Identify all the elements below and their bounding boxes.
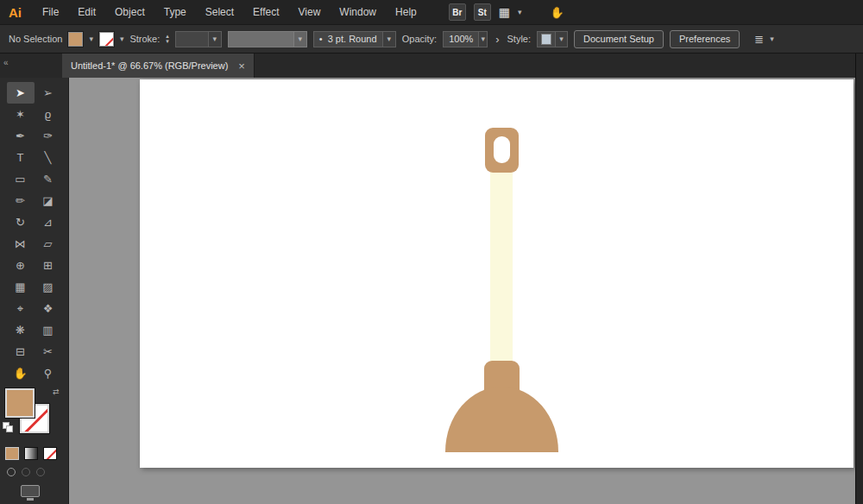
align-panel-icon[interactable]: ≣ (754, 33, 764, 46)
selection-tool[interactable]: ➤ (7, 82, 35, 104)
draw-normal-icon[interactable] (7, 468, 16, 476)
none-button[interactable] (43, 447, 57, 460)
style-panel-link[interactable]: Style: (507, 34, 532, 44)
menu-effect[interactable]: Effect (243, 6, 288, 18)
graphic-style-dropdown[interactable]: ▾ (537, 31, 568, 47)
document-tab-bar: « Untitled-1* @ 66.67% (RGB/Preview) × (0, 54, 863, 78)
close-icon[interactable]: × (238, 60, 245, 72)
mesh-tool[interactable]: ▦ (7, 276, 35, 298)
chevron-down-icon[interactable]: ▾ (120, 35, 124, 43)
menu-bar: Ai FileEditObjectTypeSelectEffectViewWin… (0, 0, 863, 24)
opacity-field[interactable]: 100% ▾ (443, 31, 488, 47)
perspective-grid-tool[interactable]: ⊞ (35, 255, 62, 276)
free-transform-tool[interactable]: ▱ (35, 233, 62, 255)
symbol-sprayer-tool[interactable]: ❋ (7, 319, 35, 341)
zoom-tool[interactable]: ⚲ (35, 362, 62, 384)
plunger-handle-hole-shape[interactable] (494, 136, 510, 163)
opacity-flyout-arrow-icon[interactable]: › (494, 33, 501, 46)
chevron-down-icon[interactable]: ▾ (478, 32, 487, 47)
chevron-down-icon[interactable]: ▾ (89, 35, 93, 43)
paintbrush-tool[interactable]: ✎ (35, 168, 62, 190)
paint-mode-buttons (5, 447, 57, 460)
fill-swatch[interactable] (5, 388, 35, 418)
chevron-down-icon[interactable]: ▾ (555, 32, 567, 47)
draw-inside-icon[interactable] (36, 468, 45, 476)
screen-mode-icon[interactable] (21, 485, 40, 497)
magic-wand-tool[interactable]: ✶ (7, 104, 35, 125)
stroke-color-swatch[interactable] (99, 32, 114, 47)
chevron-down-icon: ▾ (293, 32, 306, 47)
stock-button[interactable]: St (474, 3, 491, 21)
menu-edit[interactable]: Edit (68, 6, 105, 18)
illustrator-logo: Ai (0, 5, 33, 20)
menu-window[interactable]: Window (330, 6, 386, 18)
pen-tool[interactable]: ✒ (7, 125, 35, 147)
workspace-switcher-icon[interactable]: ▦ (499, 5, 510, 19)
plunger-stick-shape[interactable] (490, 169, 513, 388)
tools-panel: ➤ ➢ ✶ ϱ ✒ ✑ T ╲ ▭ ✎ ✏ ◪ (0, 78, 69, 504)
lasso-tool[interactable]: ϱ (35, 104, 62, 125)
gradient-button[interactable] (24, 447, 38, 460)
direct-selection-tool[interactable]: ➢ (35, 82, 62, 104)
stroke-weight-stepper[interactable]: ▴ ▾ (166, 34, 169, 44)
pencil-tool[interactable]: ✏ (7, 190, 35, 211)
collapsed-panel-dock[interactable] (855, 54, 863, 504)
menu-help[interactable]: Help (386, 6, 426, 18)
width-tool[interactable]: ⋈ (7, 233, 35, 255)
chevron-down-icon[interactable]: ▾ (208, 32, 221, 47)
canvas-pasteboard[interactable] (69, 78, 855, 504)
opacity-value: 100% (444, 34, 478, 44)
chevron-down-icon[interactable]: ▾ (382, 32, 395, 47)
variable-width-profile-dropdown: ▾ (228, 31, 307, 47)
eraser-tool[interactable]: ◪ (35, 190, 62, 211)
fill-color-swatch[interactable] (68, 32, 83, 47)
brush-definition-dropdown[interactable]: • 3 pt. Round ▾ (313, 31, 396, 47)
menu-view[interactable]: View (289, 6, 331, 18)
bridge-button[interactable]: Br (449, 3, 466, 21)
default-fill-stroke-icon[interactable] (3, 422, 15, 432)
stepper-down-icon[interactable]: ▾ (166, 39, 169, 44)
menu-list: FileEditObjectTypeSelectEffectViewWindow… (33, 0, 426, 24)
slice-tool[interactable]: ✂ (35, 341, 62, 362)
column-graph-tool[interactable]: ▥ (35, 319, 62, 341)
menu-object[interactable]: Object (105, 6, 154, 18)
document-setup-button[interactable]: Document Setup (574, 30, 664, 48)
scale-tool[interactable]: ⊿ (35, 211, 62, 233)
type-tool[interactable]: T (7, 147, 35, 168)
style-swatch (541, 34, 551, 45)
draw-behind-icon[interactable] (22, 468, 30, 476)
artboard[interactable] (140, 79, 854, 468)
chevron-down-icon[interactable]: ▾ (770, 35, 774, 43)
menu-select[interactable]: Select (196, 6, 243, 18)
chevron-down-icon[interactable]: ▾ (518, 8, 522, 16)
menu-bar-right-group: Br St ▦ ▾ ✋ (449, 3, 564, 21)
control-bar: No Selection ▾ ▾ Stroke: ▴ ▾ ▾ ▾ • 3 pt.… (0, 24, 863, 54)
line-segment-tool[interactable]: ╲ (35, 147, 62, 168)
menu-type[interactable]: Type (154, 6, 196, 18)
color-button[interactable] (5, 447, 19, 460)
touch-hand-icon[interactable]: ✋ (551, 6, 564, 19)
blend-tool[interactable]: ❖ (35, 298, 62, 319)
artboard-tool[interactable]: ⊟ (7, 341, 35, 362)
brush-bullet-icon: • (314, 34, 328, 44)
preferences-button[interactable]: Preferences (670, 30, 740, 48)
brush-value: 3 pt. Round (328, 34, 382, 44)
gradient-tool[interactable]: ▨ (35, 276, 62, 298)
rectangle-tool[interactable]: ▭ (7, 168, 35, 190)
swap-fill-stroke-icon[interactable]: ⇄ (53, 387, 60, 396)
selection-status: No Selection (9, 34, 62, 44)
rotate-tool[interactable]: ↻ (7, 211, 35, 233)
collapse-panel-icon[interactable]: « (3, 58, 9, 67)
document-tab[interactable]: Untitled-1* @ 66.67% (RGB/Preview) × (62, 54, 255, 78)
stroke-weight-dropdown[interactable]: ▾ (175, 31, 222, 47)
drawing-mode-buttons (7, 468, 45, 476)
curvature-tool[interactable]: ✑ (35, 125, 62, 147)
document-tab-title: Untitled-1* @ 66.67% (RGB/Preview) (71, 60, 228, 71)
menu-file[interactable]: File (33, 6, 68, 18)
eyedropper-tool[interactable]: ⌖ (7, 298, 35, 319)
plunger-cup-dome-shape[interactable] (445, 387, 558, 452)
hand-tool[interactable]: ✋ (7, 362, 35, 384)
stroke-panel-link[interactable]: Stroke: (129, 34, 160, 44)
opacity-panel-link[interactable]: Opacity: (402, 34, 437, 44)
shape-builder-tool[interactable]: ⊕ (7, 255, 35, 276)
